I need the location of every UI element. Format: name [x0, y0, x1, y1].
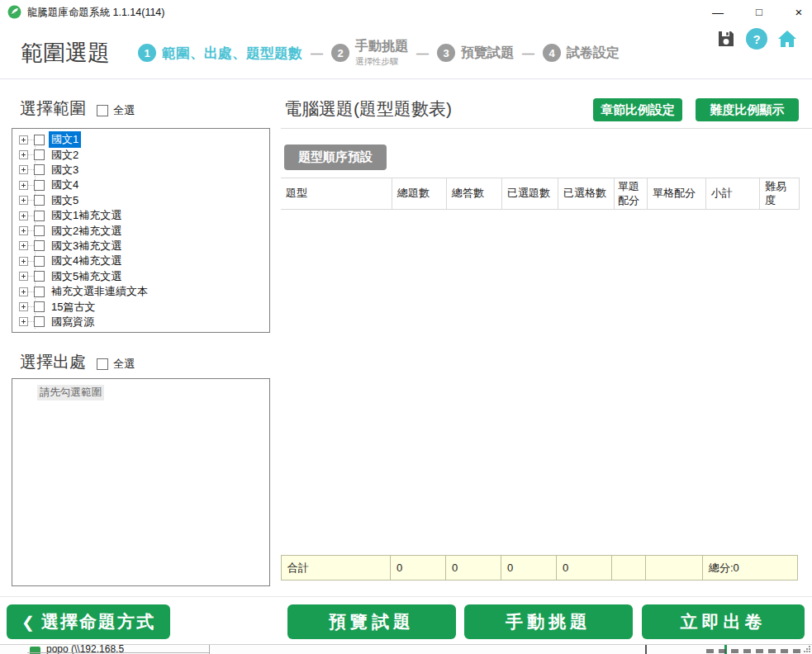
- maximize-button[interactable]: □: [745, 0, 773, 25]
- source-select-all[interactable]: 全選: [97, 357, 135, 372]
- tree-item[interactable]: 國文4: [12, 178, 269, 192]
- titlebar: 龍騰題庫命題系統 1.1.14(114) — □ ×: [0, 0, 812, 25]
- background-window-separator: [209, 645, 210, 654]
- column-header: 單格配分: [648, 178, 706, 209]
- tree-item-label[interactable]: 國文2補充文選: [49, 223, 124, 239]
- background-window-separator: [645, 645, 647, 654]
- range-tree[interactable]: 國文1 國文2 國文3 國文4 國文5 國文1補充文選: [12, 128, 270, 333]
- checkbox[interactable]: [34, 316, 45, 327]
- expand-icon[interactable]: [19, 317, 28, 326]
- tree-item-label[interactable]: 國文2: [49, 147, 81, 164]
- tree-item[interactable]: 國文2補充文選: [12, 223, 269, 238]
- expand-icon[interactable]: [19, 181, 28, 190]
- tree-item-label[interactable]: 國文4: [49, 177, 81, 193]
- range-select-all-checkbox[interactable]: [97, 105, 108, 116]
- checkbox[interactable]: [34, 256, 45, 267]
- back-button-label: 選擇命題方式: [41, 610, 155, 633]
- tree-dots: [28, 321, 34, 322]
- checkbox[interactable]: [34, 211, 45, 221]
- tree-item-label[interactable]: 國文1補充文選: [49, 207, 124, 224]
- expand-icon[interactable]: [19, 272, 28, 281]
- chapter-ratio-button[interactable]: 章節比例設定: [593, 98, 682, 121]
- checkbox[interactable]: [34, 164, 45, 175]
- step-4-number: 4: [543, 44, 561, 62]
- tree-item[interactable]: 國文1: [12, 132, 269, 147]
- expand-icon[interactable]: [19, 241, 28, 250]
- tree-item-label[interactable]: 國文5: [49, 192, 81, 209]
- step-3-number: 3: [437, 44, 455, 62]
- checkbox[interactable]: [34, 195, 45, 206]
- expand-icon[interactable]: [19, 196, 28, 205]
- checkbox[interactable]: [34, 135, 45, 145]
- close-button[interactable]: ×: [785, 0, 812, 25]
- expand-icon[interactable]: [19, 135, 28, 145]
- tree-item[interactable]: 國寫資源: [12, 315, 269, 329]
- expand-icon[interactable]: [19, 302, 28, 311]
- expand-icon[interactable]: [19, 150, 28, 159]
- tree-item-label[interactable]: 補充文選非連續文本: [49, 283, 150, 300]
- checkbox[interactable]: [34, 225, 45, 236]
- checkbox[interactable]: [34, 287, 45, 297]
- step-1-number: 1: [138, 44, 156, 62]
- step-2-manual-pick[interactable]: 2 手動挑題 選擇性步驟: [331, 38, 408, 68]
- footer-divider: [0, 596, 812, 597]
- tree-item[interactable]: 補充文選非連續文本: [12, 284, 269, 299]
- source-list[interactable]: 請先勾選範圍: [12, 378, 270, 586]
- step-3-preview[interactable]: 3 預覽試題: [437, 44, 514, 62]
- tree-item-label[interactable]: 國文3: [49, 162, 81, 178]
- checkbox[interactable]: [34, 149, 45, 160]
- checkbox[interactable]: [34, 271, 45, 282]
- step-4-paper-settings[interactable]: 4 試卷設定: [543, 44, 620, 62]
- tree-item-label[interactable]: 15篇古文: [49, 299, 97, 315]
- background-window-clipped-text: [706, 649, 804, 653]
- source-select-all-checkbox[interactable]: [97, 358, 108, 370]
- generate-paper-button[interactable]: 立即出卷: [642, 604, 805, 639]
- main-divider: [281, 128, 812, 129]
- expand-icon[interactable]: [19, 257, 28, 266]
- column-header: 總答數: [447, 178, 502, 209]
- minimize-button[interactable]: —: [704, 0, 732, 25]
- step-separator: —: [309, 46, 325, 60]
- range-select-all[interactable]: 全選: [97, 103, 135, 118]
- tree-item-label[interactable]: 國文3補充文選: [49, 238, 124, 254]
- header-icons: ?: [715, 28, 798, 50]
- column-header: 難易度: [760, 178, 800, 209]
- column-header: 單題配分: [615, 178, 648, 209]
- type-order-preset-button[interactable]: 題型順序預設: [284, 145, 387, 170]
- tree-dots: [28, 154, 34, 155]
- tree-item[interactable]: 國文5補充文選: [12, 269, 269, 284]
- tree-dots: [28, 216, 34, 216]
- column-header: 題型: [281, 178, 392, 209]
- header-divider: [0, 78, 812, 79]
- expand-icon[interactable]: [19, 165, 28, 174]
- step-1-range[interactable]: 1 範圍、出處、題型題數: [138, 44, 302, 63]
- expand-icon[interactable]: [19, 226, 28, 235]
- help-icon[interactable]: ?: [746, 28, 767, 50]
- tree-item[interactable]: 國文4補充文選: [12, 254, 269, 268]
- tree-item[interactable]: 國文5: [12, 193, 269, 208]
- expand-icon[interactable]: [19, 287, 28, 296]
- tree-item[interactable]: 國文3補充文選: [12, 239, 269, 254]
- preview-questions-button[interactable]: 預覽試題: [287, 604, 456, 639]
- step-2-number: 2: [331, 44, 349, 62]
- home-icon[interactable]: [776, 28, 798, 50]
- tree-item[interactable]: 國文1補充文選: [12, 208, 269, 223]
- tree-item[interactable]: 國文2: [12, 147, 269, 162]
- tree-item-label[interactable]: 國文4補充文選: [49, 253, 124, 269]
- checkbox[interactable]: [34, 180, 45, 191]
- step-2-label: 手動挑題: [355, 38, 408, 55]
- checkbox[interactable]: [34, 301, 45, 312]
- tree-item[interactable]: 國文3: [12, 163, 269, 178]
- tree-item-label[interactable]: 國文1: [49, 131, 81, 148]
- back-to-mode-button[interactable]: ❮ 選擇命題方式: [7, 604, 170, 639]
- difficulty-ratio-button[interactable]: 難度比例顯示: [696, 98, 799, 121]
- tree-item-label[interactable]: 國文5補充文選: [49, 268, 124, 285]
- expand-icon[interactable]: [19, 211, 28, 220]
- app-window: 龍騰題庫命題系統 1.1.14(114) — □ × 範圍選題 1 範圍、出處、…: [0, 0, 812, 654]
- tree-item-label[interactable]: 國寫資源: [49, 314, 97, 330]
- manual-pick-button[interactable]: 手動挑題: [464, 604, 633, 639]
- tree-item[interactable]: 15篇古文: [12, 299, 269, 314]
- checkbox[interactable]: [34, 240, 45, 251]
- save-icon[interactable]: [715, 28, 737, 50]
- app-logo-icon: [7, 5, 21, 19]
